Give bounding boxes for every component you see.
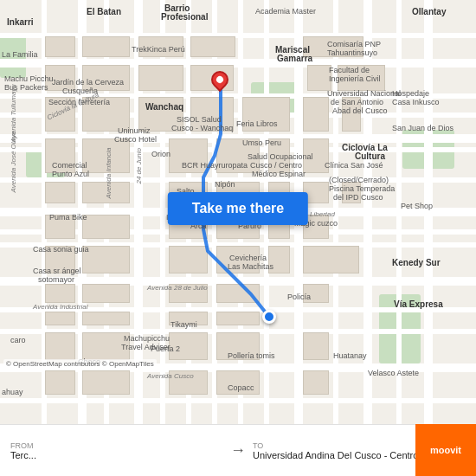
building-block [138, 65, 183, 91]
destination-marker [262, 310, 276, 324]
building-block [169, 370, 208, 395]
route-from: From Terc... [10, 441, 223, 460]
building-block [45, 215, 75, 239]
building-block [45, 138, 75, 173]
building-block [45, 332, 75, 360]
building-block [303, 97, 329, 132]
building-block [169, 246, 208, 273]
building-block [303, 370, 329, 395]
building-block [45, 36, 75, 57]
building-block [45, 312, 75, 325]
map-container: Inkarri El Batan Barrio Profesional Acad… [0, 0, 476, 424]
street-24junio [160, 0, 165, 424]
building-block [45, 97, 75, 132]
street-velasco [363, 0, 372, 424]
street [333, 0, 338, 424]
building-block [169, 312, 208, 325]
building-block [82, 284, 130, 303]
building-block [216, 312, 260, 325]
park-area [0, 35, 26, 78]
building-block [82, 36, 130, 57]
building-block [82, 65, 130, 91]
building-block [82, 312, 130, 325]
street [396, 0, 402, 424]
moovit-logo: moovit [415, 424, 476, 476]
building-block [138, 36, 183, 57]
building-block [190, 97, 234, 132]
building-block [216, 246, 260, 273]
building-block [82, 246, 130, 273]
building-block [169, 284, 208, 303]
from-name: Terc... [10, 450, 223, 460]
pin-head [208, 68, 232, 92]
take-me-there-button[interactable]: Take me there [168, 192, 308, 225]
building-block [303, 332, 329, 360]
building-block [82, 370, 130, 395]
building-block [216, 138, 260, 173]
street-expresa [424, 0, 433, 424]
building-block [338, 65, 385, 91]
map-attribution: © OpenStreetMap contributors © OpenMapTi… [3, 359, 157, 369]
building-block [45, 370, 75, 395]
building-block [190, 36, 235, 57]
from-label: From [10, 441, 223, 450]
building-block [303, 138, 329, 173]
building-block [268, 246, 290, 273]
building-block [216, 284, 260, 303]
building-block [216, 370, 260, 395]
building-block [169, 332, 208, 360]
building-block [307, 65, 331, 91]
building-block [268, 138, 290, 173]
building-block [82, 97, 130, 132]
building-block [216, 332, 260, 360]
building-block [82, 138, 130, 173]
building-block [82, 215, 130, 239]
building-block [342, 182, 361, 203]
building-block [169, 138, 208, 173]
building-block [342, 97, 361, 132]
building-block [45, 284, 75, 303]
building-block [303, 284, 329, 303]
building-block [82, 182, 130, 203]
building-block [138, 97, 183, 132]
building-block [242, 97, 290, 132]
bottom-bar: From Terc... → To Universidad Andina Del… [0, 424, 476, 476]
building-block [45, 246, 75, 273]
building-block [45, 182, 75, 203]
building-block [82, 332, 130, 360]
route-arrow-icon: → [230, 441, 246, 460]
building-block [303, 246, 359, 273]
building-block [45, 65, 75, 91]
origin-marker [211, 71, 228, 95]
building-block [303, 36, 363, 57]
